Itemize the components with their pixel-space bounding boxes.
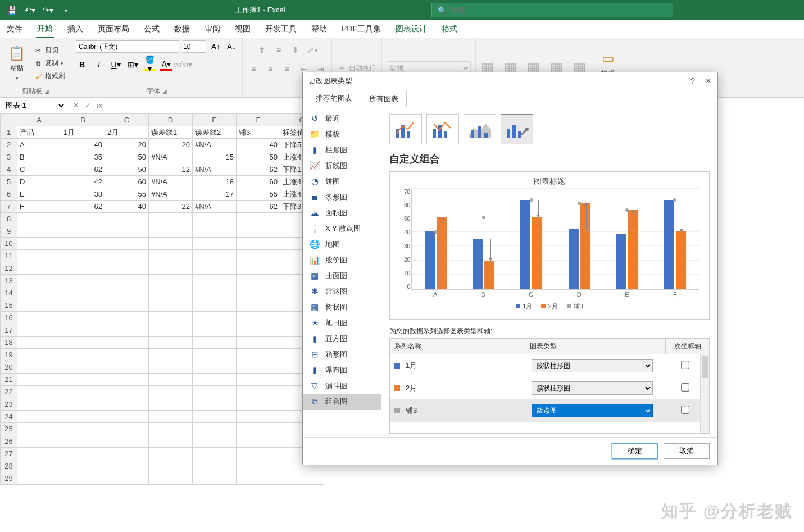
cell[interactable]: 辅3 bbox=[237, 126, 280, 139]
row-header[interactable]: 16 bbox=[1, 312, 17, 324]
tab-all-charts[interactable]: 所有图表 bbox=[361, 90, 407, 107]
cell[interactable] bbox=[237, 324, 280, 337]
chart-category-item[interactable]: ⛰面积图 bbox=[303, 205, 381, 221]
cell[interactable] bbox=[105, 324, 149, 337]
cell[interactable] bbox=[61, 213, 105, 225]
cell[interactable]: 22 bbox=[149, 201, 193, 213]
cell[interactable] bbox=[61, 312, 105, 324]
tab-view[interactable]: 视图 bbox=[234, 21, 252, 38]
cell[interactable] bbox=[149, 275, 193, 287]
cancel-formula-icon[interactable]: ✕ bbox=[73, 101, 79, 110]
cell[interactable] bbox=[61, 287, 105, 299]
cell[interactable] bbox=[237, 472, 280, 485]
cell[interactable] bbox=[17, 349, 61, 361]
cell[interactable] bbox=[193, 262, 237, 275]
row-header[interactable]: 17 bbox=[1, 324, 17, 337]
align-left-icon[interactable]: ≡ bbox=[247, 63, 260, 75]
cell[interactable] bbox=[61, 374, 105, 386]
align-right-icon[interactable]: ≡ bbox=[281, 63, 293, 75]
cell[interactable] bbox=[149, 312, 193, 324]
row-header[interactable]: 9 bbox=[1, 225, 17, 238]
cell[interactable] bbox=[105, 287, 149, 299]
cell[interactable]: 35 bbox=[61, 151, 105, 163]
align-middle-icon[interactable]: ≡ bbox=[272, 44, 285, 56]
cell[interactable] bbox=[193, 472, 237, 485]
chart-category-item[interactable]: ⧉组合图 bbox=[303, 394, 381, 410]
cell[interactable] bbox=[105, 349, 149, 361]
search-box[interactable]: 🔍 bbox=[431, 3, 673, 17]
search-input[interactable] bbox=[451, 6, 667, 15]
help-button[interactable]: ? bbox=[691, 76, 695, 85]
ok-button[interactable]: 确定 bbox=[612, 443, 658, 459]
cell[interactable] bbox=[61, 460, 105, 472]
col-header[interactable]: D bbox=[149, 114, 193, 126]
tab-file[interactable]: 文件 bbox=[6, 21, 24, 38]
chart-category-item[interactable]: ≣条形图 bbox=[303, 189, 381, 205]
cell[interactable] bbox=[193, 213, 237, 225]
cell[interactable]: 1月 bbox=[61, 126, 105, 139]
cell[interactable] bbox=[193, 448, 237, 460]
cell[interactable] bbox=[105, 398, 149, 411]
series-type-select[interactable]: 散点图 bbox=[532, 404, 653, 417]
cell[interactable] bbox=[193, 398, 237, 411]
secondary-axis-checkbox[interactable] bbox=[681, 383, 689, 392]
cell[interactable] bbox=[105, 275, 149, 287]
cell[interactable]: 12 bbox=[149, 163, 193, 176]
cell[interactable] bbox=[105, 225, 149, 238]
cell[interactable] bbox=[149, 349, 193, 361]
cell[interactable]: 42 bbox=[61, 176, 105, 188]
cell[interactable] bbox=[61, 275, 105, 287]
chart-category-item[interactable]: ☀旭日图 bbox=[303, 315, 381, 331]
cell[interactable] bbox=[61, 238, 105, 250]
tab-insert[interactable]: 插入 bbox=[66, 21, 84, 38]
cell[interactable] bbox=[149, 213, 193, 225]
cell[interactable]: 40 bbox=[105, 201, 149, 213]
col-header[interactable]: F bbox=[237, 114, 280, 126]
row-header[interactable]: 14 bbox=[1, 287, 17, 299]
row-header[interactable]: 19 bbox=[1, 349, 17, 361]
row-header[interactable]: 13 bbox=[1, 275, 17, 287]
tab-pdf-tools[interactable]: PDF工具集 bbox=[340, 21, 382, 38]
col-header[interactable]: E bbox=[193, 114, 237, 126]
italic-icon[interactable]: I bbox=[93, 58, 105, 71]
font-color-icon[interactable]: A▾ bbox=[160, 58, 172, 71]
cell[interactable] bbox=[149, 225, 193, 238]
cell[interactable]: F bbox=[17, 201, 61, 213]
series-row[interactable]: 2月 簇状柱形图 bbox=[390, 377, 709, 399]
combo-subtype-1[interactable] bbox=[389, 114, 422, 144]
combo-subtype-custom[interactable] bbox=[501, 114, 533, 144]
cell[interactable] bbox=[237, 287, 280, 299]
series-type-select[interactable]: 簇状柱形图 bbox=[532, 359, 653, 372]
name-box[interactable]: 图表 1 bbox=[0, 98, 66, 113]
cell[interactable] bbox=[193, 250, 237, 262]
cell[interactable] bbox=[105, 250, 149, 262]
cell[interactable] bbox=[17, 435, 61, 448]
cell[interactable] bbox=[193, 238, 237, 250]
chart-category-item[interactable]: ✱雷达图 bbox=[303, 284, 381, 299]
cell[interactable] bbox=[193, 435, 237, 448]
fill-color-icon[interactable]: 🪣▾ bbox=[143, 58, 156, 71]
cell[interactable] bbox=[280, 472, 324, 485]
cell[interactable]: #N/A bbox=[149, 188, 193, 201]
cell[interactable]: 误差线2 bbox=[193, 126, 237, 139]
cell[interactable] bbox=[193, 324, 237, 337]
enter-formula-icon[interactable]: ✓ bbox=[85, 101, 91, 110]
cell[interactable] bbox=[193, 374, 237, 386]
cell[interactable]: 62 bbox=[61, 163, 105, 176]
font-name-input[interactable] bbox=[76, 40, 179, 53]
cell[interactable] bbox=[61, 435, 105, 448]
tab-format[interactable]: 格式 bbox=[440, 21, 458, 38]
cell[interactable] bbox=[193, 361, 237, 374]
tab-recommended-charts[interactable]: 推荐的图表 bbox=[307, 89, 361, 107]
cell[interactable] bbox=[17, 411, 61, 423]
format-painter-button[interactable]: 🖌格式刷 bbox=[33, 71, 66, 81]
row-header[interactable]: 8 bbox=[1, 213, 17, 225]
row-header[interactable]: 27 bbox=[1, 448, 17, 460]
cell[interactable] bbox=[61, 349, 105, 361]
cell[interactable]: 50 bbox=[105, 163, 149, 176]
cell[interactable]: 50 bbox=[105, 151, 149, 163]
cell[interactable] bbox=[149, 386, 193, 398]
cell[interactable] bbox=[193, 299, 237, 312]
cell[interactable] bbox=[193, 337, 237, 349]
font-size-input[interactable] bbox=[183, 40, 206, 53]
